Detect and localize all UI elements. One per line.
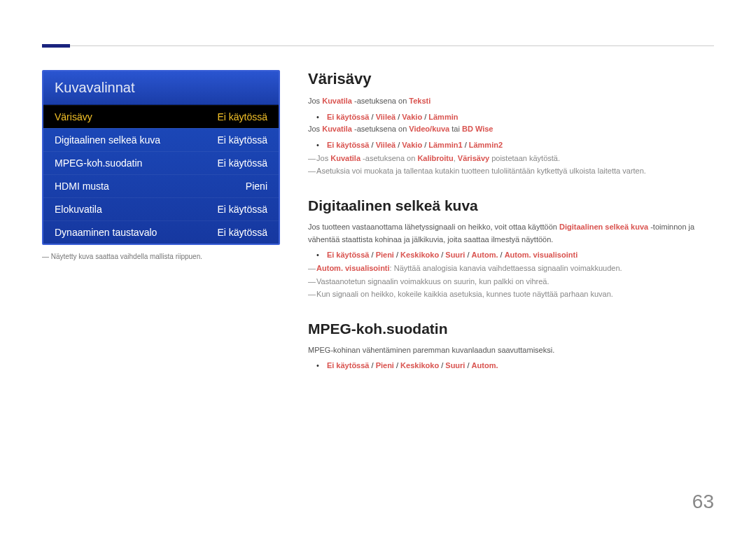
page-number: 63 bbox=[692, 491, 714, 513]
body-text: Jos Kuvatila -asetuksena on Video/kuva t… bbox=[308, 123, 714, 136]
menu-row-value: Pieni bbox=[246, 181, 267, 192]
menu-row-value: Ei käytössä bbox=[217, 157, 267, 169]
menu-row-label: Digitaalinen selkeä kuva bbox=[55, 134, 160, 146]
section-mpeg: MPEG-koh.suodatin MPEG-kohinan vähentämi… bbox=[308, 321, 714, 372]
note-text: Asetuksia voi muokata ja tallentaa kutak… bbox=[308, 164, 714, 178]
menu-row-label: Elokuvatila bbox=[55, 204, 102, 215]
body-text: Jos Kuvatila -asetuksena on Teksti bbox=[308, 95, 714, 108]
top-divider bbox=[42, 45, 714, 46]
page-content: Kuvavalinnat Värisävy Ei käytössä Digita… bbox=[0, 0, 756, 420]
note-text: Kun signaali on heikko, kokeile kaikkia … bbox=[308, 288, 714, 301]
option-list: Ei käytössä / Viileä / Vakio / Lämmin bbox=[316, 111, 714, 124]
menu-title: Kuvavalinnat bbox=[43, 71, 279, 105]
menu-row-value: Ei käytössä bbox=[217, 204, 267, 215]
heading-digitaalinen: Digitaalinen selkeä kuva bbox=[308, 197, 714, 214]
caption-text: Näytetty kuva saattaa vaihdella mallista… bbox=[51, 253, 202, 260]
menu-row-label: MPEG-koh.suodatin bbox=[55, 157, 142, 169]
body-text: MPEG-kohinan vähentäminen paremman kuvan… bbox=[308, 344, 714, 357]
heading-varisavy: Värisävy bbox=[308, 70, 714, 88]
option-list: Ei käytössä / Pieni / Keskikoko / Suuri … bbox=[316, 359, 714, 372]
menu-row-digitaalinen[interactable]: Digitaalinen selkeä kuva Ei käytössä bbox=[43, 128, 279, 151]
menu-row-label: Dynaaminen taustavalo bbox=[55, 227, 157, 238]
menu-row-elokuvatila[interactable]: Elokuvatila Ei käytössä bbox=[43, 197, 279, 220]
menu-box: Kuvavalinnat Värisävy Ei käytössä Digita… bbox=[42, 70, 280, 245]
note-text: Autom. visualisointi: Näyttää analogisia… bbox=[308, 262, 714, 275]
note-text: Jos Kuvatila -asetuksena on Kalibroitu, … bbox=[308, 152, 714, 165]
body-text: Jos tuotteen vastaanottama lähetyssignaa… bbox=[308, 221, 714, 246]
menu-row-varisavy[interactable]: Värisävy Ei käytössä bbox=[43, 105, 279, 128]
menu-row-value: Ei käytössä bbox=[217, 134, 267, 146]
heading-mpeg: MPEG-koh.suodatin bbox=[308, 321, 714, 337]
menu-row-label: HDMI musta bbox=[55, 181, 109, 192]
option-list: Ei käytössä / Viileä / Vakio / Lämmin1 /… bbox=[316, 139, 714, 152]
sidebar: Kuvavalinnat Värisävy Ei käytössä Digita… bbox=[42, 70, 280, 392]
menu-row-label: Värisävy bbox=[55, 111, 92, 122]
caption-dash: ― bbox=[42, 253, 51, 260]
image-caption: ― Näytetty kuva saattaa vaihdella mallis… bbox=[42, 252, 280, 262]
section-varisavy: Värisävy Jos Kuvatila -asetuksena on Tek… bbox=[308, 70, 714, 178]
option-list: Ei käytössä / Pieni / Keskikoko / Suuri … bbox=[316, 248, 714, 262]
note-text: Vastaanotetun signaalin voimakkuus on su… bbox=[308, 275, 714, 288]
menu-row-mpeg[interactable]: MPEG-koh.suodatin Ei käytössä bbox=[43, 151, 279, 174]
main-content: Värisävy Jos Kuvatila -asetuksena on Tek… bbox=[308, 70, 714, 392]
menu-row-dynaaminen[interactable]: Dynaaminen taustavalo Ei käytössä bbox=[43, 220, 279, 244]
menu-row-value: Ei käytössä bbox=[217, 111, 267, 122]
menu-row-hdmi[interactable]: HDMI musta Pieni bbox=[43, 174, 279, 197]
section-digitaalinen: Digitaalinen selkeä kuva Jos tuotteen va… bbox=[308, 197, 714, 301]
top-accent-bar bbox=[42, 44, 70, 48]
menu-row-value: Ei käytössä bbox=[217, 227, 267, 238]
